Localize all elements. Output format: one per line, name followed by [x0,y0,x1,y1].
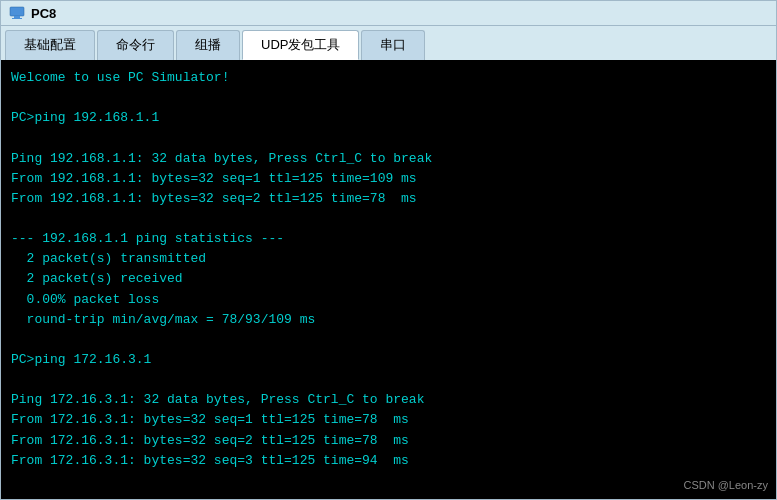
tab-udp[interactable]: UDP发包工具 [242,30,359,60]
terminal-output: Welcome to use PC Simulator! PC>ping 192… [11,68,766,471]
tab-chuankou[interactable]: 串口 [361,30,425,60]
terminal-area[interactable]: Welcome to use PC Simulator! PC>ping 192… [1,60,776,499]
svg-rect-2 [12,18,22,19]
tab-minglinghang[interactable]: 命令行 [97,30,174,60]
tab-bar: 基础配置 命令行 组播 UDP发包工具 串口 [1,26,776,60]
window-title: PC8 [31,6,56,21]
watermark: CSDN @Leon-zy [683,479,768,491]
main-window: PC8 基础配置 命令行 组播 UDP发包工具 串口 Welcome to us… [0,0,777,500]
tab-jichupeizhii[interactable]: 基础配置 [5,30,95,60]
svg-rect-1 [14,16,20,18]
svg-rect-0 [10,7,24,16]
tab-zubo[interactable]: 组播 [176,30,240,60]
title-bar: PC8 [1,1,776,26]
pc-icon [9,5,25,21]
